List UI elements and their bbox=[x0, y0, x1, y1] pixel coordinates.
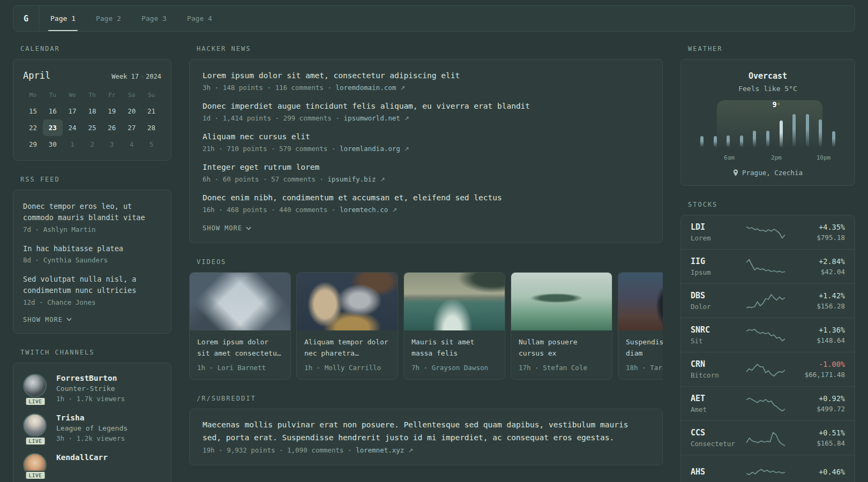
post-domain-link[interactable]: loremlandia.org bbox=[340, 145, 404, 153]
hacker-news-section-title: HACKER NEWS bbox=[197, 45, 663, 52]
live-badge: LIVE bbox=[25, 436, 46, 446]
video-title[interactable]: Nullam posuere cursus ex bbox=[511, 330, 612, 359]
sparkline-chart bbox=[746, 428, 785, 448]
calendar-weekday: Tu bbox=[43, 92, 63, 103]
avatar bbox=[23, 374, 47, 397]
video-title[interactable]: Mauris sit amet massa felis bbox=[404, 330, 505, 359]
twitch-channel-row[interactable]: LIVEKendallCarr bbox=[23, 453, 161, 477]
rss-item-meta: 7d · Ashlyn Martin bbox=[23, 225, 161, 234]
weather-bar bbox=[740, 135, 743, 147]
hn-item-title[interactable]: Donec imperdiet augue tincidunt felis al… bbox=[203, 101, 649, 112]
column-middle: HACKER NEWS Lorem ipsum dolor sit amet, … bbox=[189, 45, 663, 482]
weather-bar bbox=[766, 131, 769, 147]
weather-bars bbox=[700, 112, 835, 147]
subreddit-section-title: /R/SUBREDDIT bbox=[197, 395, 663, 402]
calendar-month: April bbox=[23, 70, 50, 81]
calendar-day: 27 bbox=[122, 119, 141, 136]
calendar-weekday: Th bbox=[83, 92, 102, 103]
subreddit-section: /R/SUBREDDIT Maecenas mollis pulvinar er… bbox=[189, 395, 663, 465]
stock-sparkline bbox=[742, 291, 789, 311]
calendar-day: 20 bbox=[122, 103, 141, 119]
subreddit-widget: Maecenas mollis pulvinar erat non posuer… bbox=[189, 409, 663, 465]
video-thumbnail bbox=[404, 273, 505, 330]
post-domain-link[interactable]: loremnet.xyz bbox=[356, 446, 408, 454]
post-domain-link[interactable]: loremtech.co bbox=[340, 206, 392, 214]
tab-page-2[interactable]: Page 2 bbox=[89, 6, 128, 31]
stock-company-name: Bitcorn bbox=[691, 371, 742, 379]
video-title[interactable]: Aliquam tempor dolor nec pharetra… bbox=[297, 330, 398, 359]
app-logo: G bbox=[13, 6, 39, 31]
calendar-day: 5 bbox=[141, 136, 161, 153]
external-link-icon: ↗ bbox=[404, 115, 409, 122]
video-thumbnail bbox=[511, 273, 612, 330]
post-domain-link[interactable]: loremdomain.com bbox=[335, 84, 400, 92]
hn-item-title[interactable]: Integer eget rutrum lorem bbox=[203, 162, 649, 173]
stock-row[interactable]: DBSDolor+1.42%$156.28 bbox=[681, 283, 855, 318]
video-card[interactable]: Lorem ipsum dolor sit amet consectetu…1h… bbox=[189, 272, 291, 380]
dot-separator: · bbox=[140, 73, 144, 80]
twitch-channel-name[interactable]: ForrestBurton bbox=[56, 374, 125, 382]
hn-item-title[interactable]: Lorem ipsum dolor sit amet, consectetur … bbox=[203, 70, 649, 81]
hn-show-more-button[interactable]: SHOW MORE bbox=[203, 224, 649, 232]
tab-page-3[interactable]: Page 3 bbox=[135, 6, 173, 31]
twitch-channel-row[interactable]: LIVEForrestBurtonCounter-Strike1h · 1.7k… bbox=[23, 374, 161, 403]
calendar-day: 17 bbox=[63, 103, 83, 119]
stock-price: $795.18 bbox=[789, 234, 845, 242]
stock-row[interactable]: IIGIpsum+2.84%$42.04 bbox=[681, 249, 855, 283]
hn-item-title[interactable]: Aliquam nec cursus elit bbox=[203, 131, 649, 142]
weather-section: WEATHER Overcast Feels like 5°C 9°6am2pm… bbox=[680, 45, 855, 186]
video-card[interactable]: Aliquam tempor dolor nec pharetra…1h · M… bbox=[296, 272, 398, 380]
stock-row[interactable]: CRNBitcorn-1.00%$66,171.48 bbox=[681, 352, 855, 386]
video-card[interactable]: Mauris sit amet massa felis7h · Grayson … bbox=[403, 272, 505, 380]
stock-row[interactable]: AETAmet+0.92%$499.72 bbox=[681, 386, 855, 420]
twitch-section: TWITCH CHANNELS LIVEForrestBurtonCounter… bbox=[13, 349, 171, 482]
video-meta: 1h · Molly Carrillo bbox=[297, 359, 398, 379]
twitch-channel-info: ForrestBurtonCounter-Strike1h · 1.7k vie… bbox=[56, 374, 125, 403]
twitch-channel-name[interactable]: KendallCarr bbox=[56, 453, 108, 462]
stock-sparkline bbox=[742, 223, 789, 242]
stock-row[interactable]: SNRCSit+1.36%$148.64 bbox=[681, 318, 855, 352]
external-link-icon: ↗ bbox=[380, 176, 385, 183]
sparkline-chart bbox=[746, 394, 785, 413]
tab-page-1[interactable]: Page 1 bbox=[44, 6, 82, 31]
post-meta: 16h · 468 points · 440 comments · loremt… bbox=[203, 206, 649, 214]
hn-item: Integer eget rutrum lorem6h · 60 points … bbox=[203, 162, 649, 183]
video-card[interactable]: Suspendisse diam18h · Tara bbox=[618, 272, 663, 380]
stock-values: -1.00%$66,171.48 bbox=[789, 360, 845, 379]
weather-hourly-chart: 9°6am2pm10pm bbox=[699, 100, 836, 161]
stock-symbol: CCS bbox=[691, 428, 742, 438]
calendar-week: Week 17 bbox=[111, 73, 139, 80]
rss-item-title[interactable]: In hac habitasse platea bbox=[23, 243, 161, 254]
stock-price: $156.28 bbox=[789, 302, 845, 310]
stock-company-name: Ipsum bbox=[691, 268, 742, 276]
video-title[interactable]: Lorem ipsum dolor sit amet consectetu… bbox=[190, 330, 290, 359]
stock-company-name: Consectetur bbox=[691, 440, 742, 448]
rss-show-more-button[interactable]: SHOW MORE bbox=[23, 316, 161, 323]
stock-symbol: LDI bbox=[691, 222, 742, 232]
hn-item-title[interactable]: Donec enim nibh, condimentum et accumsan… bbox=[203, 192, 649, 204]
dashboard-page: G Page 1Page 2Page 3Page 4 CALENDAR Apri… bbox=[0, 0, 868, 482]
stock-row[interactable]: CCSConsectetur+0.51%$165.84 bbox=[681, 420, 855, 455]
external-link-icon: ↗ bbox=[404, 146, 409, 153]
video-card[interactable]: Nullam posuere cursus ex17h · Stefan Col… bbox=[511, 272, 612, 380]
post-domain-link[interactable]: ipsumify.biz bbox=[327, 175, 380, 183]
stock-change: +1.42% bbox=[789, 291, 845, 300]
rss-item: Sed volutpat nulla nisl, a condimentum n… bbox=[23, 274, 161, 306]
rss-item-title[interactable]: Sed volutpat nulla nisl, a condimentum n… bbox=[23, 274, 161, 297]
stock-row[interactable]: LDILorem+4.35%$795.18 bbox=[681, 215, 855, 249]
calendar-section: CALENDAR April Week 17·2024 MoTuWeThFrSa… bbox=[13, 45, 171, 161]
stock-row[interactable]: AHS+0.46% bbox=[681, 455, 855, 482]
post-domain-link[interactable]: ipsumworld.net bbox=[343, 114, 404, 122]
subreddit-post-title[interactable]: Maecenas mollis pulvinar erat non posuer… bbox=[203, 419, 649, 444]
stock-change: +4.35% bbox=[789, 223, 845, 231]
stock-sparkline bbox=[742, 462, 789, 481]
twitch-channel-name[interactable]: Trisha bbox=[56, 413, 128, 422]
twitch-channel-row[interactable]: LIVETrishaLeague of Legends3h · 1.2k vie… bbox=[23, 413, 161, 442]
hn-item: Aliquam nec cursus elit21h · 710 points … bbox=[203, 131, 649, 153]
twitch-widget: LIVEForrestBurtonCounter-Strike1h · 1.7k… bbox=[13, 363, 171, 482]
calendar-weekday: Mo bbox=[23, 92, 43, 103]
rss-item-title[interactable]: Donec tempor eros leo, ut commodo mauris… bbox=[23, 201, 161, 224]
tab-page-4[interactable]: Page 4 bbox=[181, 6, 219, 31]
calendar-day: 3 bbox=[102, 136, 122, 153]
video-title[interactable]: Suspendisse diam bbox=[618, 330, 663, 359]
